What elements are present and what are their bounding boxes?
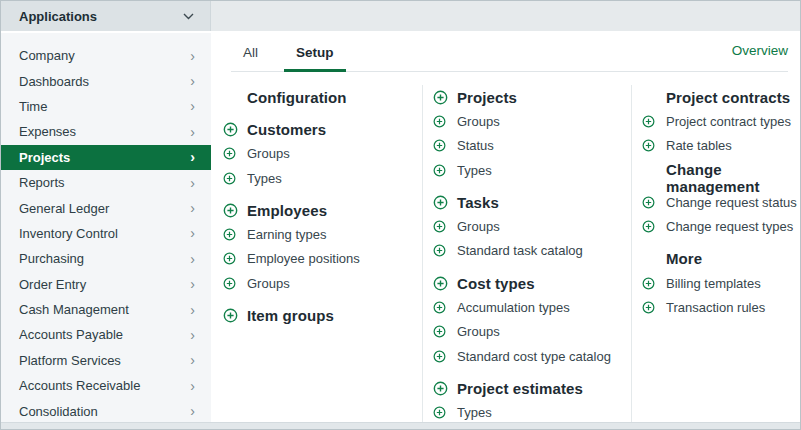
menu-item-employee-positions[interactable]: Employee positions xyxy=(223,247,422,271)
plus-circle-icon[interactable] xyxy=(433,139,446,152)
plus-circle-icon[interactable] xyxy=(223,203,238,218)
sidebar-item-accounts-receivable[interactable]: Accounts Receivable› xyxy=(1,373,211,398)
menu-header-projects[interactable]: Projects xyxy=(433,85,631,109)
menu-item-label: Types xyxy=(457,163,492,178)
menu-item-rate-tables[interactable]: Rate tables xyxy=(642,134,800,158)
plus-circle-icon[interactable] xyxy=(223,277,236,290)
plus-circle-icon[interactable] xyxy=(642,220,655,233)
menu-item-change-request-types[interactable]: Change request types xyxy=(642,214,800,238)
menu-item-status[interactable]: Status xyxy=(433,134,631,158)
menu-item-types[interactable]: Types xyxy=(433,158,631,182)
plus-circle-icon[interactable] xyxy=(223,308,238,323)
tab-all[interactable]: All xyxy=(231,37,270,71)
tab-setup[interactable]: Setup xyxy=(284,37,346,71)
plus-circle-icon[interactable] xyxy=(223,252,236,265)
menu-item-label: Project contract types xyxy=(666,114,791,129)
menu-item-standard-task-catalog[interactable]: Standard task catalog xyxy=(433,239,631,263)
plus-circle-icon[interactable] xyxy=(642,277,655,290)
icon-slot xyxy=(642,115,666,128)
menu-section-cost-types: Cost typesAccumulation typesGroupsStanda… xyxy=(433,271,631,368)
menu-item-project-contract-types[interactable]: Project contract types xyxy=(642,109,800,133)
sidebar-item-expenses[interactable]: Expenses› xyxy=(1,119,211,144)
chevron-right-icon: › xyxy=(190,277,195,291)
menu-item-groups[interactable]: Groups xyxy=(433,214,631,238)
plus-circle-icon[interactable] xyxy=(433,90,448,105)
plus-circle-icon[interactable] xyxy=(433,244,446,257)
sidebar-item-general-ledger[interactable]: General Ledger› xyxy=(1,195,211,220)
icon-slot xyxy=(223,203,247,218)
sidebar-item-time[interactable]: Time› xyxy=(1,94,211,119)
menu-item-earning-types[interactable]: Earning types xyxy=(223,222,422,246)
menu-group-title-configuration: Configuration xyxy=(223,85,422,109)
plus-circle-icon[interactable] xyxy=(433,164,446,177)
menu-item-groups[interactable]: Groups xyxy=(223,271,422,295)
menu-header-customers[interactable]: Customers xyxy=(223,117,422,141)
menu-item-standard-cost-type-catalog[interactable]: Standard cost type catalog xyxy=(433,344,631,368)
sidebar-item-label: Purchasing xyxy=(19,251,84,266)
plus-circle-icon[interactable] xyxy=(433,115,446,128)
sidebar-item-accounts-payable[interactable]: Accounts Payable› xyxy=(1,322,211,347)
setup-menu-column: Project contractsProject contract typesR… xyxy=(631,85,800,422)
menu-item-accumulation-types[interactable]: Accumulation types xyxy=(433,295,631,319)
menu-header-cost-types[interactable]: Cost types xyxy=(433,271,631,295)
plus-circle-icon[interactable] xyxy=(433,195,448,210)
plus-circle-icon[interactable] xyxy=(642,115,655,128)
menu-header-item-groups[interactable]: Item groups xyxy=(223,303,422,327)
chevron-right-icon: › xyxy=(190,49,195,63)
menu-section-customers: CustomersGroupsTypes xyxy=(223,117,422,190)
sidebar-item-order-entry[interactable]: Order Entry› xyxy=(1,272,211,297)
sidebar-item-cash-management[interactable]: Cash Management› xyxy=(1,297,211,322)
sidebar-item-inventory-control[interactable]: Inventory Control› xyxy=(1,221,211,246)
sidebar-item-dashboards[interactable]: Dashboards› xyxy=(1,68,211,93)
icon-slot xyxy=(642,139,666,152)
sidebar-item-company[interactable]: Company› xyxy=(1,43,211,68)
sidebar-item-purchasing[interactable]: Purchasing› xyxy=(1,246,211,271)
plus-circle-icon[interactable] xyxy=(223,228,236,241)
icon-slot xyxy=(433,381,457,396)
plus-circle-icon[interactable] xyxy=(642,196,655,209)
icon-slot xyxy=(642,220,666,233)
plus-circle-icon[interactable] xyxy=(433,350,446,363)
sidebar-item-reports[interactable]: Reports› xyxy=(1,170,211,195)
applications-menu-toggle[interactable]: Applications xyxy=(1,1,211,31)
chevron-right-icon: › xyxy=(190,379,195,393)
menu-header-project-estimates[interactable]: Project estimates xyxy=(433,376,631,400)
menu-section-tasks: TasksGroupsStandard task catalog xyxy=(433,190,631,263)
menu-item-groups[interactable]: Groups xyxy=(433,320,631,344)
sidebar-item-label: Cash Management xyxy=(19,302,129,317)
plus-circle-icon[interactable] xyxy=(223,147,236,160)
plus-circle-icon[interactable] xyxy=(433,276,448,291)
menu-item-billing-templates[interactable]: Billing templates xyxy=(642,271,800,295)
plus-circle-icon[interactable] xyxy=(642,301,655,314)
chevron-right-icon: › xyxy=(190,125,195,139)
plus-circle-icon[interactable] xyxy=(433,325,446,338)
menu-header-employees[interactable]: Employees xyxy=(223,198,422,222)
sidebar-item-consolidation[interactable]: Consolidation› xyxy=(1,398,211,423)
menu-header-tasks[interactable]: Tasks xyxy=(433,190,631,214)
chevron-right-icon: › xyxy=(190,201,195,215)
overview-link[interactable]: Overview xyxy=(732,43,788,71)
menu-item-groups[interactable]: Groups xyxy=(433,109,631,133)
sidebar-item-projects[interactable]: Projects› xyxy=(1,145,211,170)
menu-header-label: Customers xyxy=(247,121,326,138)
menu-item-types[interactable]: Types xyxy=(433,401,631,422)
sidebar-item-platform-services[interactable]: Platform Services› xyxy=(1,348,211,373)
plus-circle-icon[interactable] xyxy=(642,139,655,152)
plus-circle-icon[interactable] xyxy=(433,301,446,314)
menu-item-groups[interactable]: Groups xyxy=(223,142,422,166)
icon-slot xyxy=(642,277,666,290)
plus-circle-icon[interactable] xyxy=(433,381,448,396)
menu-header-label: Project estimates xyxy=(457,380,583,397)
menu-item-label: Earning types xyxy=(247,227,327,242)
icon-slot xyxy=(433,276,457,291)
plus-circle-icon[interactable] xyxy=(223,172,236,185)
sidebar-item-label: Projects xyxy=(19,150,70,165)
plus-circle-icon[interactable] xyxy=(433,220,446,233)
menu-item-transaction-rules[interactable]: Transaction rules xyxy=(642,295,800,319)
plus-circle-icon[interactable] xyxy=(433,406,446,419)
menu-header-label: Projects xyxy=(457,89,517,106)
plus-circle-icon[interactable] xyxy=(223,122,238,137)
sidebar-item-label: Consolidation xyxy=(19,404,98,419)
menu-item-types[interactable]: Types xyxy=(223,166,422,190)
setup-menu-column: ConfigurationCustomersGroupsTypesEmploye… xyxy=(211,85,422,422)
